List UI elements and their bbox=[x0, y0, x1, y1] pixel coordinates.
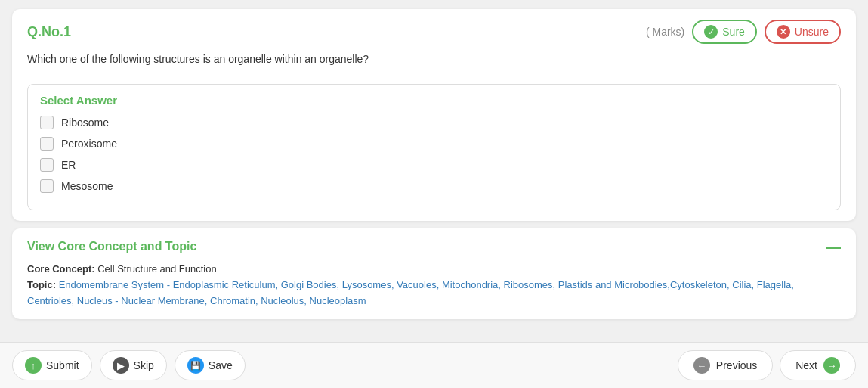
core-concept-card: View Core Concept and Topic — Core Conce… bbox=[12, 228, 856, 319]
core-concept-body: Core Concept: Cell Structure and Functio… bbox=[27, 262, 841, 309]
header-right: ( Marks) ✓ Sure ✕ Unsure bbox=[646, 20, 841, 44]
answer-checkbox-2[interactable] bbox=[40, 137, 54, 151]
concept-label: Core Concept: bbox=[27, 263, 95, 275]
question-text: Which one of the following structures is… bbox=[27, 53, 841, 73]
select-answer-section: Select Answer Ribosome Peroxisome ER Mes… bbox=[27, 84, 841, 210]
previous-arrow-icon: ← bbox=[693, 357, 710, 374]
unsure-label: Unsure bbox=[795, 26, 829, 38]
submit-icon: ↑ bbox=[25, 357, 42, 374]
save-icon: 💾 bbox=[187, 357, 204, 374]
unsure-button[interactable]: ✕ Unsure bbox=[765, 20, 841, 44]
previous-button[interactable]: ← Previous bbox=[678, 350, 773, 380]
collapse-icon[interactable]: — bbox=[826, 239, 841, 254]
topic-value: Endomembrane System - Endoplasmic Reticu… bbox=[27, 279, 794, 306]
answer-option-2: Peroxisome bbox=[40, 137, 828, 151]
answer-label-3[interactable]: ER bbox=[61, 159, 76, 171]
concept-value: Cell Structure and Function bbox=[97, 263, 217, 275]
core-concept-title: View Core Concept and Topic bbox=[27, 240, 196, 253]
question-card: Q.No.1 ( Marks) ✓ Sure ✕ Unsure Which on… bbox=[12, 9, 856, 221]
skip-label: Skip bbox=[134, 359, 154, 371]
bottom-bar: ↑ Submit ▶ Skip 💾 Save ← Previous Next → bbox=[0, 342, 868, 388]
left-actions: ↑ Submit ▶ Skip 💾 Save bbox=[12, 350, 246, 380]
answer-label-4[interactable]: Mesosome bbox=[61, 180, 113, 192]
skip-icon: ▶ bbox=[113, 357, 129, 374]
submit-button[interactable]: ↑ Submit bbox=[12, 350, 92, 380]
core-concept-header: View Core Concept and Topic — bbox=[27, 239, 841, 254]
answer-checkbox-1[interactable] bbox=[40, 116, 54, 129]
sure-check-icon: ✓ bbox=[704, 25, 718, 39]
save-button[interactable]: 💾 Save bbox=[175, 350, 246, 380]
answer-option-3: ER bbox=[40, 158, 828, 172]
answer-label-2[interactable]: Peroxisome bbox=[61, 138, 117, 150]
question-header: Q.No.1 ( Marks) ✓ Sure ✕ Unsure bbox=[27, 20, 841, 44]
previous-label: Previous bbox=[716, 359, 757, 371]
answer-label-1[interactable]: Ribosome bbox=[61, 116, 109, 129]
submit-label: Submit bbox=[46, 359, 79, 371]
unsure-x-icon: ✕ bbox=[777, 25, 790, 39]
topic-row: Topic: Endomembrane System - Endoplasmic… bbox=[27, 278, 841, 309]
save-label: Save bbox=[209, 359, 233, 371]
answer-checkbox-3[interactable] bbox=[40, 158, 54, 172]
topic-label: Topic: bbox=[27, 279, 56, 290]
sure-label: Sure bbox=[722, 26, 745, 38]
select-answer-title: Select Answer bbox=[40, 94, 828, 107]
core-concept-row: Core Concept: Cell Structure and Functio… bbox=[27, 262, 841, 278]
answer-option-4: Mesosome bbox=[40, 179, 828, 193]
marks-label: ( Marks) bbox=[646, 26, 684, 38]
sure-button[interactable]: ✓ Sure bbox=[692, 20, 757, 44]
right-actions: ← Previous Next → bbox=[678, 350, 856, 380]
next-arrow-icon: → bbox=[823, 357, 840, 374]
answer-option-1: Ribosome bbox=[40, 116, 828, 129]
answer-checkbox-4[interactable] bbox=[40, 179, 54, 193]
next-label: Next bbox=[795, 359, 817, 371]
next-button[interactable]: Next → bbox=[780, 350, 856, 380]
question-number: Q.No.1 bbox=[27, 24, 71, 40]
skip-button[interactable]: ▶ Skip bbox=[100, 350, 167, 380]
